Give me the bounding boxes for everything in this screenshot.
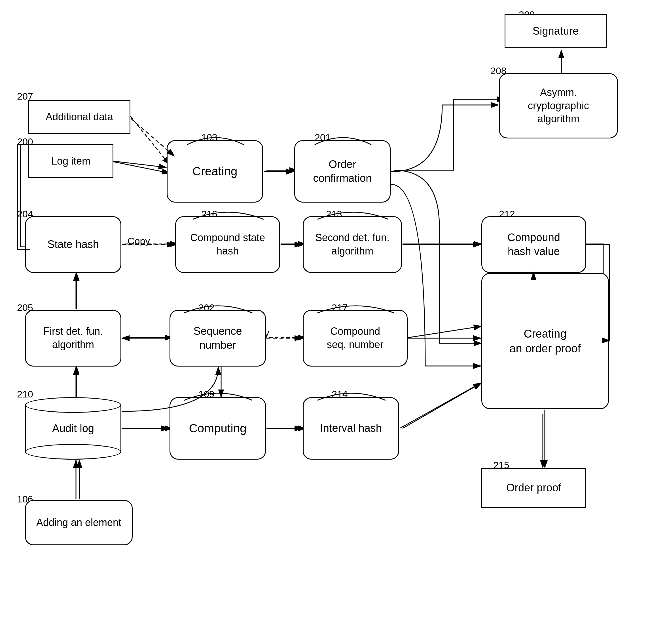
copy-label-1: Copy — [128, 235, 150, 246]
compound-hash-value-node: Compound hash value — [481, 216, 586, 273]
svg-line-16 — [402, 383, 481, 429]
svg-line-3 — [113, 162, 170, 173]
adding-element-node: Adding an element — [25, 500, 133, 545]
order-confirmation-loop — [298, 128, 388, 150]
svg-line-2 — [131, 116, 170, 165]
additional-data-node: Additional data — [28, 100, 131, 134]
interval-hash-loop — [306, 385, 397, 405]
state-hash-node: State hash — [25, 216, 121, 273]
compound-seq-loop — [306, 297, 405, 317]
svg-line-12 — [408, 326, 481, 338]
log-item-node: Log item — [28, 144, 113, 178]
compound-seq-node: Compound seq. number — [303, 310, 408, 367]
creating-order-proof-node: Creating an order proof — [481, 273, 609, 409]
sequence-number-node: Sequence number — [170, 310, 266, 367]
bracket-200 — [15, 143, 32, 251]
signature-node: Signature — [505, 14, 607, 48]
compound-state-loop — [179, 204, 278, 224]
order-proof-node: Order proof — [481, 468, 586, 508]
interval-hash-node: Interval hash — [303, 397, 399, 460]
compound-state-hash-node: Compound state hash — [175, 216, 280, 273]
computing-loop — [173, 385, 264, 405]
second-det-fun-node: Second det. fun. algorithm — [303, 216, 402, 273]
sequence-loop — [173, 297, 264, 317]
first-det-fun-node: First det. fun. algorithm — [25, 310, 121, 367]
computing-node: Computing — [170, 397, 266, 460]
asymm-node: Asymm. cryptographic algorithm — [499, 73, 618, 138]
audit-log-node: Audit log — [25, 397, 121, 460]
creating-loop — [170, 128, 261, 150]
second-det-loop — [306, 204, 400, 224]
diagram-container: 209 208 207 103 201 200 204 216 213 212 … — [0, 0, 650, 644]
